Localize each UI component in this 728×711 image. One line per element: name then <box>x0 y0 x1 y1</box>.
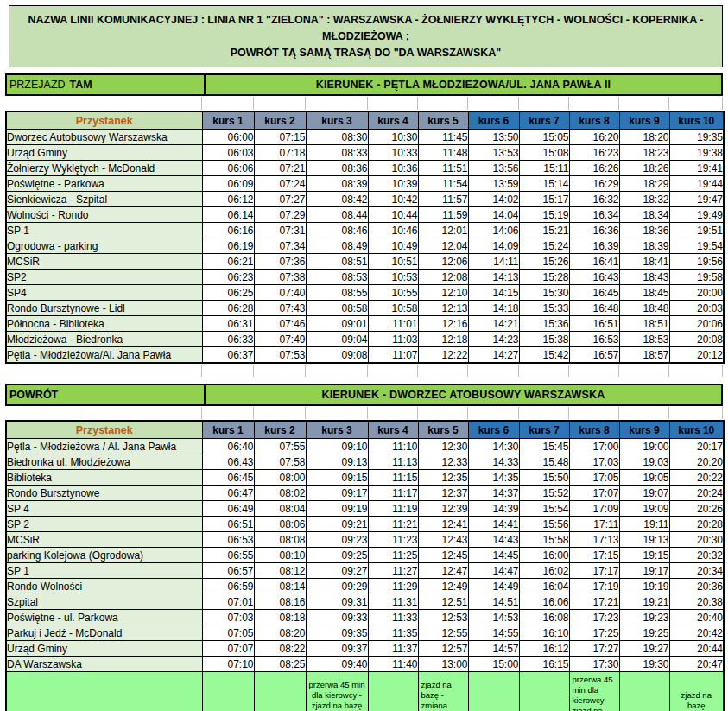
departure-time: 20:40 <box>669 610 724 625</box>
departure-time: 07:24 <box>254 176 306 192</box>
departure-time: 18:36 <box>619 223 669 238</box>
stop-name: Poświętne - ul. Parkowa <box>6 610 202 625</box>
departure-time: 14:09 <box>468 238 519 254</box>
departure-time: 18:41 <box>619 254 669 270</box>
departure-time: 18:34 <box>619 207 669 223</box>
departure-time: 07:03 <box>202 610 254 625</box>
stop-name: SP 1 <box>6 223 202 238</box>
departure-time: 12:22 <box>418 347 468 364</box>
departure-time: 09:17 <box>306 486 368 501</box>
departure-time: 11:48 <box>418 145 468 161</box>
direction-bar-tam: PRZEJAZD TAM KIERUNEK - PĘTLA MŁODZIEŻOW… <box>5 73 723 96</box>
kurs-column-header: kurs 4 <box>368 111 418 130</box>
trip-label-tam: PRZEJAZD TAM <box>7 75 206 94</box>
departure-time: 13:50 <box>468 130 519 145</box>
departure-time: 20:38 <box>669 594 724 610</box>
kurs-column-header: kurs 10 <box>669 111 724 130</box>
gridline <box>568 365 569 377</box>
departure-time: 14:11 <box>468 254 519 270</box>
departure-time: 08:10 <box>254 548 306 563</box>
kurs-column-header: kurs 10 <box>669 421 724 439</box>
stop-name: DA Warszawska <box>6 657 202 672</box>
departure-time: 11:57 <box>418 192 468 207</box>
departure-time: 11:40 <box>368 657 418 672</box>
departure-time: 10:53 <box>368 270 418 285</box>
departure-time: 15:42 <box>519 347 569 364</box>
departure-time: 16:08 <box>519 610 569 625</box>
departure-time: 07:43 <box>254 301 306 316</box>
departure-time: 07:18 <box>254 145 306 161</box>
stop-row: Biblioteka06:4508:0009:1511:1512:3514:35… <box>6 470 724 486</box>
departure-time: 06:28 <box>202 301 254 316</box>
departure-time: 12:55 <box>418 625 468 641</box>
departure-time: 14:18 <box>468 301 519 316</box>
trip-label-bold: TAM <box>70 79 92 91</box>
stop-name: Sienkiewicza - Szpital <box>6 192 202 207</box>
kurs-column-header: kurs 1 <box>202 421 254 439</box>
departure-time: 07:29 <box>254 207 306 223</box>
departure-time: 11:19 <box>368 501 418 517</box>
gridline <box>668 365 669 377</box>
departure-time: 08:49 <box>306 238 368 254</box>
departure-time: 14:45 <box>468 548 519 563</box>
departure-time: 18:29 <box>619 176 669 192</box>
note-cell <box>468 672 519 711</box>
departure-time: 09:23 <box>306 532 368 548</box>
gridline <box>201 97 202 110</box>
departure-time: 18:20 <box>619 130 669 145</box>
departure-time: 17:07 <box>569 486 619 501</box>
departure-time: 08:30 <box>306 130 368 145</box>
departure-time: 11:45 <box>418 130 468 145</box>
departure-time: 16:53 <box>569 332 619 347</box>
departure-time: 20:36 <box>669 579 724 594</box>
column-header-row: Przystanekkurs 1kurs 2kurs 3kurs 4kurs 5… <box>6 111 724 130</box>
departure-time: 15:56 <box>519 517 569 532</box>
departure-time: 16:57 <box>569 347 619 364</box>
departure-time: 15:48 <box>519 454 569 470</box>
departure-time: 07:10 <box>202 657 254 672</box>
departure-time: 11:03 <box>368 332 418 347</box>
departure-time: 06:45 <box>202 470 254 486</box>
departure-time: 07:01 <box>202 594 254 610</box>
departure-time: 17:15 <box>569 548 619 563</box>
departure-time: 12:45 <box>418 548 468 563</box>
gridline <box>467 407 468 419</box>
departure-time: 20:47 <box>669 657 724 672</box>
gridline <box>305 407 306 419</box>
departure-time: 11:07 <box>368 347 418 364</box>
departure-time: 12:57 <box>418 641 468 657</box>
departure-time: 15:05 <box>519 130 569 145</box>
kurs-column-header: kurs 5 <box>418 421 468 439</box>
grid-spacer <box>5 96 723 111</box>
departure-time: 17:23 <box>569 610 619 625</box>
stop-row: SP 406:4908:0409:1911:1912:3914:3915:541… <box>6 501 724 517</box>
departure-time: 15:58 <box>519 532 569 548</box>
departure-time: 08:36 <box>306 161 368 176</box>
departure-time: 18:26 <box>619 161 669 176</box>
gridline <box>518 97 519 110</box>
departure-time: 06:31 <box>202 316 254 332</box>
departure-time: 16:12 <box>519 641 569 657</box>
departure-time: 16:06 <box>519 594 569 610</box>
departure-time: 12:51 <box>418 594 468 610</box>
stop-row: SP406:2507:4008:5510:5512:1014:1515:3016… <box>6 285 724 301</box>
departure-time: 14:04 <box>468 207 519 223</box>
gridline <box>253 97 254 110</box>
departure-time: 19:41 <box>669 161 724 176</box>
kurs-column-header: kurs 6 <box>468 111 519 130</box>
departure-time: 15:50 <box>519 470 569 486</box>
departure-time: 11:27 <box>368 563 418 579</box>
departure-time: 06:03 <box>202 145 254 161</box>
stop-row: SP 206:5108:0609:2111:2112:4114:4115:561… <box>6 517 724 532</box>
departure-time: 12:37 <box>418 486 468 501</box>
departure-time: 11:35 <box>368 625 418 641</box>
departure-time: 19:56 <box>669 254 724 270</box>
departure-time: 19:23 <box>619 610 669 625</box>
departure-time: 20:24 <box>669 486 724 501</box>
departure-time: 16:43 <box>569 270 619 285</box>
departure-time: 15:17 <box>519 192 569 207</box>
departure-time: 20:00 <box>669 285 724 301</box>
departure-time: 19:30 <box>619 657 669 672</box>
departure-time: 06:51 <box>202 517 254 532</box>
kurs-column-header: kurs 2 <box>254 421 306 439</box>
